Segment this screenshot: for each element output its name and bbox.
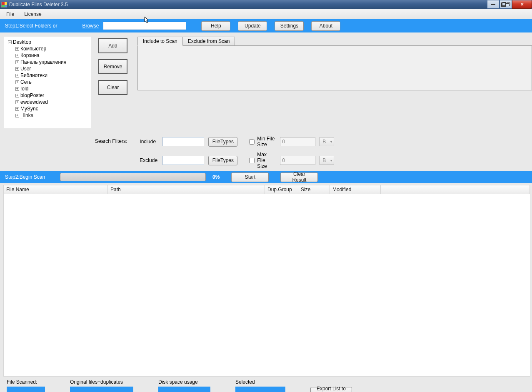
window-title: Dublicate Files Deleter 3.5 [9, 2, 68, 7]
tree-item-label: blogPoster [20, 92, 44, 99]
tree-item-label: Компьютер [20, 45, 46, 52]
tree-item-label: Панель управления [20, 59, 66, 65]
menubar: File License [0, 9, 532, 19]
expand-icon[interactable]: + [15, 54, 19, 57]
help-button[interactable]: Help [201, 21, 230, 31]
export-list-button[interactable]: Export List to file [310, 387, 352, 392]
tree-item[interactable]: +Сеть [15, 79, 89, 85]
files-scanned-label: File Scanned: [7, 379, 45, 385]
tree-item[interactable]: +Панель управления [15, 59, 89, 65]
app-icon [1, 2, 7, 7]
disk-space-label: Disk space usage [158, 379, 210, 385]
tree-item[interactable]: +!old [15, 85, 89, 92]
menu-license[interactable]: License [24, 11, 41, 17]
exclude-filetypes-button[interactable]: FileTypes [208, 156, 237, 165]
tree-root-label[interactable]: Desktop [13, 39, 31, 45]
tree-item[interactable]: +MySync [15, 105, 89, 112]
clear-button[interactable]: Clear [98, 80, 127, 95]
titlebar: Dublicate Files Deleter 3.5 [0, 0, 532, 9]
tree-item-label: !old [20, 85, 28, 92]
update-button[interactable]: Update [238, 21, 267, 31]
max-file-size-checkbox[interactable] [249, 158, 255, 163]
path-input[interactable] [103, 22, 186, 30]
include-input[interactable] [162, 137, 204, 146]
close-button[interactable] [512, 0, 532, 9]
minimize-button[interactable] [487, 0, 500, 9]
tree-item-label: Корзина [20, 52, 40, 59]
col-path[interactable]: Path [108, 185, 265, 194]
tree-item[interactable]: +Корзина [15, 52, 89, 59]
tab-exclude-from-scan[interactable]: Exclude from Scan [183, 37, 235, 46]
expand-icon[interactable]: + [15, 67, 19, 71]
min-file-size-label: Min File Size [257, 136, 276, 147]
scan-progress-pct: 0% [212, 174, 220, 180]
search-filters: Search Fliters: Include FileTypes Min Fi… [95, 136, 532, 169]
files-scanned-value [7, 387, 45, 392]
original-dup-label: Original files+duplicates [70, 379, 133, 385]
include-label: Include [140, 139, 158, 145]
expand-icon[interactable]: + [15, 60, 19, 64]
results-table[interactable]: File Name Path Dup.Group Size Modified [3, 185, 530, 377]
folder-tree[interactable]: − Desktop +Компьютер+Корзина+Панель упра… [4, 37, 91, 128]
tree-item-label: MySync [20, 105, 38, 112]
tree-item-label: User [20, 65, 31, 72]
min-file-size-checkbox[interactable] [249, 139, 255, 145]
expand-icon[interactable]: + [15, 114, 19, 117]
tree-item[interactable]: +ewdewdwed [15, 99, 89, 105]
tree-item[interactable]: +_links [15, 112, 89, 119]
add-button[interactable]: Add [98, 38, 127, 53]
tree-item[interactable]: +Компьютер [15, 45, 89, 52]
scan-list-panel [137, 45, 532, 90]
col-file-name[interactable]: File Name [4, 185, 108, 194]
max-file-size-label: Max File Size [257, 152, 276, 169]
tree-item[interactable]: +Библиотеки [15, 72, 89, 79]
tab-include-to-scan[interactable]: Include to Scan [137, 37, 183, 46]
max-file-size-input[interactable]: 0 [280, 156, 315, 165]
clear-result-button[interactable]: Clear Result [280, 172, 318, 182]
collapse-icon[interactable]: − [8, 40, 12, 44]
maximize-button[interactable] [500, 0, 512, 9]
scan-progress [60, 173, 206, 181]
step2-label: Step2:Begin Scan [5, 174, 45, 180]
expand-icon[interactable]: + [15, 100, 19, 104]
menu-file[interactable]: File [6, 11, 14, 17]
results-header: File Name Path Dup.Group Size Modified [4, 185, 530, 194]
max-file-size-check[interactable]: Max File Size [249, 152, 276, 169]
col-dup-group[interactable]: Dup.Group [265, 185, 298, 194]
min-file-size-unit[interactable]: B [320, 137, 334, 146]
tree-item-label: Сеть [20, 79, 32, 85]
tree-item-label: Библиотеки [20, 72, 47, 79]
remove-button[interactable]: Remove [98, 59, 127, 74]
col-modified[interactable]: Modified [330, 185, 381, 194]
start-button[interactable]: Start [231, 172, 269, 182]
expand-icon[interactable]: + [15, 80, 19, 84]
col-spacer [381, 185, 530, 194]
expand-icon[interactable]: + [15, 107, 19, 111]
search-filters-label: Search Fliters: [95, 136, 127, 144]
min-file-size-input[interactable]: 0 [280, 137, 315, 146]
max-file-size-unit[interactable]: B [320, 156, 334, 165]
about-button[interactable]: About [311, 21, 340, 31]
step2-bar: Step2:Begin Scan 0% Start Clear Result [0, 171, 532, 183]
original-dup-value [70, 387, 133, 392]
tree-item[interactable]: +blogPoster [15, 92, 89, 99]
disk-space-value [158, 387, 210, 392]
svg-rect-1 [506, 4, 510, 6]
selected-label: Selected [235, 379, 285, 385]
min-file-size-check[interactable]: Min File Size [249, 136, 276, 147]
settings-button[interactable]: Settings [275, 21, 304, 31]
step1-content: − Desktop +Компьютер+Корзина+Панель упра… [4, 37, 532, 128]
col-size[interactable]: Size [298, 185, 330, 194]
tree-item[interactable]: +User [15, 65, 89, 72]
exclude-label: Exclude [140, 157, 158, 163]
expand-icon[interactable]: + [15, 47, 19, 51]
exclude-input[interactable] [162, 156, 204, 165]
expand-icon[interactable]: + [15, 74, 19, 77]
step1-label: Step1:Select Folders or [5, 23, 57, 29]
expand-icon[interactable]: + [15, 94, 19, 97]
browse-link[interactable]: Browse [82, 23, 99, 29]
expand-icon[interactable]: + [15, 87, 19, 91]
selected-value [235, 387, 285, 392]
include-filetypes-button[interactable]: FileTypes [208, 137, 237, 147]
tree-item-label: _links [20, 112, 33, 119]
